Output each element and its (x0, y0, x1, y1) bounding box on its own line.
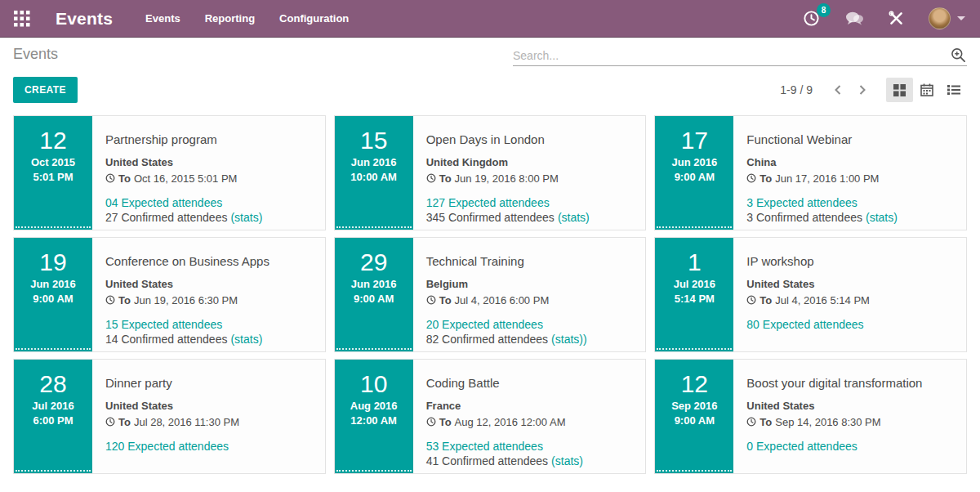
event-time: 9:00 AM (14, 292, 92, 307)
breadcrumb: Events (13, 46, 58, 66)
pager-previous-button[interactable] (826, 80, 850, 100)
event-day: 28 (14, 370, 92, 399)
event-card[interactable]: 1 Jul 2016 5:14 PM IP workshop United St… (654, 237, 967, 352)
event-time: 9:00 AM (655, 414, 733, 429)
confirmed-line: 14 Confirmed attendees(stats) (105, 332, 312, 347)
stats-link[interactable]: (stats) (551, 454, 583, 467)
calendar-icon (920, 83, 933, 96)
event-month-year: Jun 2016 (335, 155, 413, 171)
event-attendees: 3 Expected attendees 3 Confirmed attende… (746, 195, 953, 225)
event-title: Dinner party (105, 376, 312, 390)
stats-link[interactable]: (stats) (230, 333, 262, 346)
event-end-date: Jun 19, 2016 6:30 PM (134, 293, 238, 309)
event-card[interactable]: 19 Jun 2016 9:00 AM Conference on Busine… (13, 237, 326, 352)
expected-attendees: 120 Expected attendees (105, 439, 312, 454)
event-day: 29 (335, 248, 413, 277)
event-to-label: To (439, 171, 452, 187)
menu-item-reporting[interactable]: Reporting (205, 12, 255, 25)
event-day: 15 (335, 127, 413, 155)
event-card[interactable]: 10 Aug 2016 12:00 AM Coding Battle Franc… (334, 359, 647, 474)
messages-icon[interactable] (844, 11, 864, 27)
list-icon (947, 84, 960, 96)
event-time: 6:00 PM (14, 414, 92, 429)
expected-attendees: 80 Expected attendees (746, 317, 953, 332)
event-title: Boost your digital transformation (746, 376, 953, 390)
event-end-date: Oct 16, 2015 5:01 PM (134, 171, 237, 187)
event-country: United States (746, 398, 953, 414)
event-day: 1 (655, 248, 733, 277)
confirmed-attendees: 3 Confirmed attendees (746, 211, 862, 224)
apps-grid-glyph (14, 11, 30, 27)
event-time: 10:00 AM (335, 170, 413, 186)
event-country: United States (105, 276, 312, 293)
event-time: 9:00 AM (655, 170, 733, 186)
event-title: IP workshop (746, 254, 953, 268)
event-attendees: 53 Expected attendees 41 Confirmed atten… (426, 439, 633, 468)
app-title: Events (56, 9, 113, 29)
stats-link[interactable]: (stats) (230, 211, 262, 224)
view-switcher (886, 78, 967, 102)
expected-attendees: 04 Expected attendees (105, 195, 312, 210)
clock-icon (746, 417, 756, 427)
pager-next-button[interactable] (850, 80, 875, 100)
kanban-view-button[interactable] (886, 78, 913, 102)
event-title: Coding Battle (426, 376, 633, 390)
event-title: Partnership program (105, 132, 312, 146)
event-end-date: Sep 14, 2016 8:30 PM (775, 414, 880, 431)
event-to-label: To (118, 293, 131, 309)
activity-clock-icon[interactable]: 8 (803, 10, 820, 27)
event-end-line: To Jun 19, 2016 6:30 PM (105, 293, 312, 309)
search-input[interactable] (513, 49, 950, 62)
event-date-box: 19 Jun 2016 9:00 AM (14, 238, 92, 351)
event-card[interactable]: 15 Jun 2016 10:00 AM Open Days in London… (334, 115, 647, 230)
event-card-body: Partnership program United States To Oct… (92, 116, 325, 230)
calendar-view-button[interactable] (913, 78, 940, 102)
event-country: United Kingdom (426, 154, 633, 171)
event-card[interactable]: 12 Sep 2016 9:00 AM Boost your digital t… (654, 359, 967, 474)
event-card[interactable]: 29 Jun 2016 9:00 AM Technical Training B… (334, 237, 647, 352)
tools-icon[interactable] (889, 11, 904, 26)
stats-link[interactable]: (stats) (558, 211, 590, 224)
stats-link[interactable]: (stats)) (551, 333, 587, 346)
event-card[interactable]: 17 Jun 2016 9:00 AM Functional Webinar C… (654, 115, 967, 230)
user-menu[interactable] (929, 7, 965, 29)
chat-bubbles-glyph (844, 11, 864, 27)
create-button[interactable]: CREATE (13, 77, 78, 103)
search-icon[interactable] (950, 47, 967, 63)
event-time: 9:00 AM (335, 292, 413, 307)
event-country: France (426, 398, 633, 414)
chevron-down-icon (957, 16, 965, 20)
clock-icon (746, 295, 756, 305)
expected-attendees: 127 Expected attendees (426, 195, 633, 210)
event-end-line: To Jun 19, 2016 8:00 PM (426, 171, 633, 187)
event-month-year: Sep 2016 (655, 399, 733, 414)
event-attendees: 20 Expected attendees 82 Confirmed atten… (426, 317, 633, 347)
event-country: United States (746, 276, 953, 293)
confirmed-line: 345 Confirmed attendees(stats) (426, 210, 633, 225)
event-to-label: To (760, 171, 772, 187)
clock-icon (746, 173, 756, 183)
event-date-box: 12 Oct 2015 5:01 PM (14, 116, 92, 230)
menu-item-configuration[interactable]: Configuration (279, 12, 349, 25)
event-month-year: Oct 2015 (14, 155, 92, 171)
expected-attendees: 3 Expected attendees (746, 195, 953, 210)
event-card-body: Open Days in London United Kingdom To Ju… (413, 116, 646, 230)
expected-attendees: 53 Expected attendees (426, 439, 633, 454)
event-card-body: Technical Training Belgium To Jul 4, 201… (413, 238, 646, 351)
event-card[interactable]: 28 Jul 2016 6:00 PM Dinner party United … (13, 359, 326, 474)
list-view-button[interactable] (940, 78, 967, 102)
event-country: China (746, 154, 953, 171)
event-date-box: 10 Aug 2016 12:00 AM (335, 360, 413, 473)
event-end-line: To Jul 28, 2016 11:30 PM (105, 414, 312, 431)
event-title: Functional Webinar (746, 132, 953, 146)
confirmed-attendees: 14 Confirmed attendees (105, 333, 227, 346)
event-card[interactable]: 12 Oct 2015 5:01 PM Partnership program … (13, 115, 326, 230)
clock-icon (105, 417, 115, 427)
event-end-line: To Aug 12, 2016 12:00 AM (426, 414, 633, 431)
apps-grid-icon[interactable] (11, 8, 33, 29)
event-card-body: Boost your digital transformation United… (733, 360, 966, 473)
stats-link[interactable]: (stats) (866, 211, 898, 224)
menu-item-events[interactable]: Events (145, 12, 180, 25)
event-card-body: Conference on Business Apps United State… (92, 238, 325, 351)
confirmed-line: 41 Confirmed attendees(stats) (426, 454, 633, 468)
